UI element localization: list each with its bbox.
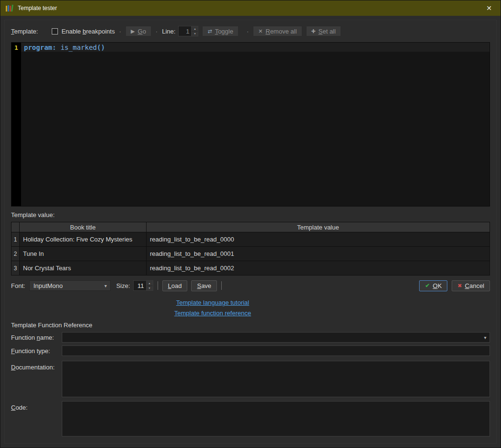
window-title: Template tester xyxy=(18,5,482,11)
size-spinner[interactable]: 11 ▲ ▼ xyxy=(133,280,153,291)
template-language-tutorial-link[interactable]: Template language tutorial xyxy=(11,299,414,306)
cancel-button[interactable]: ✖ Cancel xyxy=(452,280,490,291)
code-line: program:is_marked() xyxy=(21,43,490,52)
documentation-area[interactable] xyxy=(62,361,490,397)
toggle-breakpoint-icon: ⇄ xyxy=(207,28,212,34)
titlebar: Template tester ✕ xyxy=(0,0,501,16)
font-label: Font: xyxy=(11,282,25,289)
book-title-cell[interactable]: Nor Crystal Tears xyxy=(20,261,147,276)
editor-body[interactable]: program:is_marked() xyxy=(21,43,490,206)
table-row[interactable]: 2 Tune In reading_list_to_be_read_0001 xyxy=(11,247,490,261)
toolbar-separator-dot: · xyxy=(247,28,249,35)
toggle-button-label: Toggle xyxy=(215,28,233,35)
chevron-down-icon: ▾ xyxy=(481,335,490,340)
template-tester-dialog: Template tester ✕ Template: Enable break… xyxy=(0,0,501,448)
template-editor[interactable]: 1 program:is_marked() xyxy=(11,42,490,207)
line-number: 1 xyxy=(14,44,18,51)
function-name-combo[interactable]: ▾ xyxy=(62,332,490,343)
font-combo-value: InputMono xyxy=(30,282,102,289)
remove-all-icon: ✕ xyxy=(258,28,262,34)
table-row[interactable]: 3 Nor Crystal Tears reading_list_to_be_r… xyxy=(11,261,490,276)
row-number: 3 xyxy=(11,261,20,276)
toolbar-separator xyxy=(158,281,158,290)
row-number: 2 xyxy=(11,247,20,261)
row-number: 1 xyxy=(11,232,20,247)
save-button-label: Save xyxy=(197,282,211,289)
spin-up-icon[interactable]: ▲ xyxy=(147,281,153,286)
size-label: Size: xyxy=(116,282,130,289)
ok-button[interactable]: ✔ OK xyxy=(419,280,447,291)
ok-button-label: OK xyxy=(433,282,442,289)
function-name-row: Function name: ▾ xyxy=(11,332,490,343)
chevron-down-icon: ▾ xyxy=(102,283,110,288)
remove-all-button[interactable]: ✕ Remove all xyxy=(253,26,302,36)
column-header-template-value[interactable]: Template value xyxy=(147,222,490,232)
template-value-cell[interactable]: reading_list_to_be_read_0000 xyxy=(147,232,490,247)
enable-breakpoints-checkbox[interactable] xyxy=(52,28,58,34)
app-icon xyxy=(5,4,14,12)
book-title-cell[interactable]: Tune In xyxy=(20,247,147,261)
toolbar-separator-dot: · xyxy=(119,28,121,35)
line-label: Line: xyxy=(162,28,175,35)
code-area[interactable] xyxy=(62,401,490,437)
code-parens: () xyxy=(97,44,105,51)
enable-breakpoints-label: Enable breakpoints xyxy=(61,28,114,35)
table-row[interactable]: 1 Holiday Collection: Five Cozy Mysterie… xyxy=(11,232,490,247)
function-type-label: Function type: xyxy=(11,345,62,355)
play-icon: ▶ xyxy=(131,28,135,34)
toolbar-separator-dot: · xyxy=(156,28,158,35)
template-value-cell[interactable]: reading_list_to_be_read_0001 xyxy=(147,247,490,261)
breakpoint-toolbar: Template: Enable breakpoints · ▶ Go · Li… xyxy=(11,25,490,37)
toolbar-separator xyxy=(221,281,222,290)
template-value-table: Book title Template value 1 Holiday Coll… xyxy=(11,222,490,276)
font-action-row: Font: InputMono ▾ Size: 11 ▲ ▼ Load Save… xyxy=(11,280,490,291)
spin-down-icon[interactable]: ▼ xyxy=(192,32,198,36)
code-keyword: program: xyxy=(24,44,56,51)
template-value-label: Template value: xyxy=(11,211,490,218)
remove-all-button-label: Remove all xyxy=(266,28,297,35)
set-all-icon: ✚ xyxy=(311,28,316,34)
table-corner xyxy=(11,222,20,232)
documentation-label: Documentation: xyxy=(11,361,62,371)
check-icon: ✔ xyxy=(425,282,430,289)
size-spinner-arrows: ▲ ▼ xyxy=(146,281,153,290)
editor-gutter: 1 xyxy=(11,43,21,206)
function-type-row: Function type: xyxy=(11,345,490,356)
column-header-book-title[interactable]: Book title xyxy=(20,222,147,232)
go-button[interactable]: ▶ Go xyxy=(125,26,151,36)
code-label: Code: xyxy=(11,401,62,411)
code-function: is_marked xyxy=(60,44,97,51)
function-type-field xyxy=(62,345,490,356)
line-value: 1 xyxy=(179,26,191,36)
size-value: 11 xyxy=(134,281,146,290)
documentation-row: Documentation: xyxy=(11,361,490,397)
set-all-button-label: Set all xyxy=(319,28,336,35)
template-label: Template: xyxy=(11,28,38,35)
go-button-label: Go xyxy=(138,28,146,35)
function-name-label: Function name: xyxy=(11,332,62,341)
function-reference-heading: Template Function Reference xyxy=(11,322,490,329)
toggle-button[interactable]: ⇄ Toggle xyxy=(202,26,239,36)
template-value-cell[interactable]: reading_list_to_be_read_0002 xyxy=(147,261,490,276)
cancel-button-label: Cancel xyxy=(465,282,484,289)
load-button[interactable]: Load xyxy=(162,280,188,291)
help-links: Template language tutorial Template func… xyxy=(11,299,414,317)
spin-down-icon[interactable]: ▼ xyxy=(147,286,153,291)
template-function-reference-link[interactable]: Template function reference xyxy=(11,310,414,317)
x-icon: ✖ xyxy=(457,283,462,289)
set-all-button[interactable]: ✚ Set all xyxy=(306,26,341,36)
load-button-label: Load xyxy=(168,282,182,289)
book-title-cell[interactable]: Holiday Collection: Five Cozy Mysteries xyxy=(20,232,147,247)
spin-up-icon[interactable]: ▲ xyxy=(192,26,198,32)
font-combo[interactable]: InputMono ▾ xyxy=(29,280,111,291)
close-icon[interactable]: ✕ xyxy=(482,3,496,13)
code-row: Code: xyxy=(11,401,490,437)
save-button[interactable]: Save xyxy=(191,280,217,291)
line-spinner[interactable]: 1 ▲ ▼ xyxy=(178,26,198,36)
line-spinner-arrows: ▲ ▼ xyxy=(191,26,198,36)
